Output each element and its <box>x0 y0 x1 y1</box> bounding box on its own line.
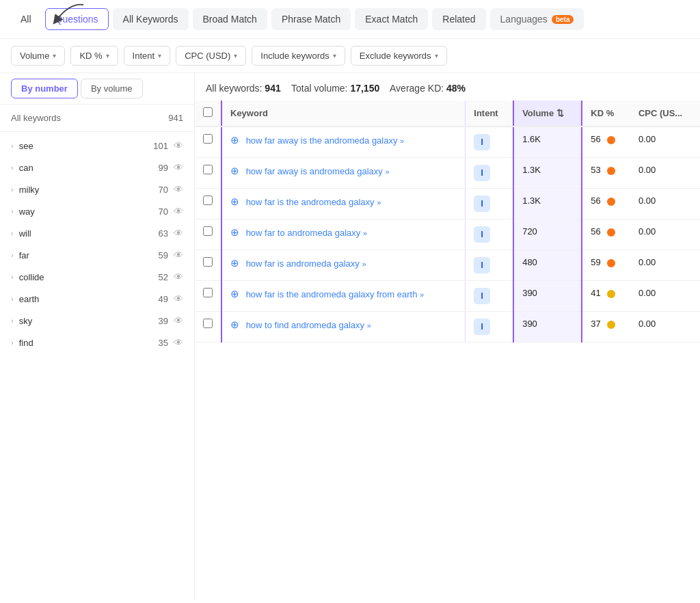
keyword-link[interactable]: how to find andromeda galaxy » <box>246 320 371 330</box>
sidebar-item[interactable]: › milky 70 👁 <box>0 178 194 200</box>
eye-icon[interactable]: 👁 <box>174 293 183 304</box>
row-cpc-cell: 0.00 <box>630 219 700 250</box>
volume-value: 390 <box>522 319 537 329</box>
tab-languages[interactable]: Languages beta <box>490 8 584 30</box>
eye-icon[interactable]: 👁 <box>174 271 183 282</box>
tab-all[interactable]: All <box>11 9 41 29</box>
eye-icon[interactable]: 👁 <box>174 162 183 173</box>
eye-icon[interactable]: 👁 <box>174 337 183 348</box>
row-cpc-cell: 0.00 <box>630 250 700 281</box>
add-keyword-icon[interactable]: ⊕ <box>230 257 239 269</box>
row-checkbox-cell <box>195 158 221 189</box>
filter-intent[interactable]: Intent ▾ <box>124 46 171 66</box>
sidebar-item[interactable]: › earth 49 👁 <box>0 288 194 310</box>
row-intent-cell: I <box>466 250 513 281</box>
row-checkbox-cell <box>195 312 221 343</box>
row-kd-cell: 41 <box>582 281 630 312</box>
sidebar-word: will <box>19 228 31 239</box>
keyword-link[interactable]: how far away is andromeda galaxy » <box>246 166 390 176</box>
chevron-down-icon: ▾ <box>158 52 161 59</box>
row-checkbox[interactable] <box>203 288 213 297</box>
th-keyword: Keyword <box>221 100 466 126</box>
add-keyword-icon[interactable]: ⊕ <box>230 288 239 299</box>
filter-volume[interactable]: Volume ▾ <box>11 46 65 66</box>
kd-value: 56 <box>591 134 600 144</box>
toggle-by-volume[interactable]: By volume <box>81 79 143 98</box>
filter-exclude-keywords[interactable]: Exclude keywords ▾ <box>351 46 447 66</box>
row-checkbox[interactable] <box>203 226 213 236</box>
volume-value: 1.3K <box>522 165 541 175</box>
filter-cpc[interactable]: CPC (USD) ▾ <box>176 46 246 66</box>
chevron-down-icon: ▾ <box>234 52 237 59</box>
eye-icon[interactable]: 👁 <box>174 250 183 260</box>
sidebar-word-count: 101 <box>153 141 168 151</box>
eye-icon[interactable]: 👁 <box>174 315 183 326</box>
intent-badge: I <box>474 288 490 304</box>
tab-all-keywords[interactable]: All Keywords <box>113 8 189 30</box>
keyword-arrows-icon: » <box>420 291 424 299</box>
keyword-link[interactable]: how far to andromeda galaxy » <box>246 228 367 238</box>
sidebar-item[interactable]: › sky 39 👁 <box>0 310 194 332</box>
eye-icon[interactable]: 👁 <box>174 206 183 217</box>
sidebar-item[interactable]: › find 35 👁 <box>0 332 194 353</box>
sidebar-word: can <box>19 163 33 173</box>
summary-count: 941 <box>265 83 280 94</box>
tab-broad-match[interactable]: Broad Match <box>193 8 267 30</box>
keyword-link[interactable]: how far is andromeda galaxy » <box>246 258 366 269</box>
cpc-value: 0.00 <box>638 226 656 237</box>
sidebar-item[interactable]: › can 99 👁 <box>0 157 194 178</box>
add-keyword-icon[interactable]: ⊕ <box>230 134 239 146</box>
tab-phrase-match[interactable]: Phrase Match <box>271 8 351 30</box>
sidebar-item-left: › see <box>11 141 33 151</box>
row-checkbox[interactable] <box>203 196 213 205</box>
select-all-checkbox[interactable] <box>203 107 213 117</box>
chevron-down-icon: ▾ <box>435 52 438 59</box>
row-checkbox[interactable] <box>203 134 213 144</box>
keyword-arrows-icon: » <box>362 260 366 268</box>
sidebar-item-left: › find <box>11 338 33 348</box>
keyword-arrows-icon: » <box>367 321 371 330</box>
sidebar-word-count: 99 <box>159 163 168 173</box>
tab-exact-match[interactable]: Exact Match <box>355 8 428 30</box>
keyword-link[interactable]: how far is the andromeda galaxy from ear… <box>246 289 424 299</box>
sidebar-item[interactable]: › far 59 👁 <box>0 244 194 266</box>
sidebar-word: collide <box>19 272 44 282</box>
row-checkbox[interactable] <box>203 257 213 267</box>
eye-icon[interactable]: 👁 <box>174 228 183 239</box>
add-keyword-icon[interactable]: ⊕ <box>230 226 239 238</box>
th-volume[interactable]: Volume ⇅ <box>513 100 582 126</box>
filter-include-keywords[interactable]: Include keywords ▾ <box>252 46 345 66</box>
sidebar-items: › see 101 👁 › can 99 👁 › milky 70 👁 › wa… <box>0 132 194 356</box>
table-row: ⊕ how far is andromeda galaxy » I 480 59… <box>195 250 700 281</box>
eye-icon[interactable]: 👁 <box>174 140 183 151</box>
chevron-right-icon: › <box>11 273 14 281</box>
keyword-link[interactable]: how far is the andromeda galaxy » <box>246 197 381 207</box>
tab-related[interactable]: Related <box>432 8 485 30</box>
sidebar-item[interactable]: › way 70 👁 <box>0 200 194 222</box>
row-intent-cell: I <box>466 281 513 312</box>
volume-value: 480 <box>522 257 537 267</box>
row-checkbox[interactable] <box>203 319 213 328</box>
add-keyword-icon[interactable]: ⊕ <box>230 196 239 207</box>
filter-kd[interactable]: KD % ▾ <box>70 46 118 66</box>
chevron-right-icon: › <box>11 295 14 303</box>
row-checkbox[interactable] <box>203 165 213 174</box>
row-keyword-cell: ⊕ how far to andromeda galaxy » <box>221 219 466 250</box>
row-keyword-cell: ⊕ how far is the andromeda galaxy from e… <box>221 281 466 312</box>
filter-row: Volume ▾ KD % ▾ Intent ▾ CPC (USD) ▾ Inc… <box>0 39 700 73</box>
eye-icon[interactable]: 👁 <box>174 184 183 195</box>
tab-questions[interactable]: Questions <box>45 8 109 30</box>
row-volume-cell: 480 <box>513 250 582 281</box>
keyword-link[interactable]: how far away is the andromeda galaxy » <box>246 135 405 146</box>
summary-all-label: All keywords: <box>206 83 262 94</box>
add-keyword-icon[interactable]: ⊕ <box>230 319 239 330</box>
sidebar-item[interactable]: › collide 52 👁 <box>0 266 194 288</box>
toggle-by-number[interactable]: By number <box>11 79 78 98</box>
cpc-value: 0.00 <box>638 165 656 175</box>
intent-badge: I <box>474 257 490 273</box>
kd-dot-icon <box>607 321 615 329</box>
row-checkbox-cell <box>195 250 221 281</box>
sidebar-item[interactable]: › will 63 👁 <box>0 222 194 244</box>
sidebar-item[interactable]: › see 101 👁 <box>0 135 194 157</box>
add-keyword-icon[interactable]: ⊕ <box>230 165 239 176</box>
